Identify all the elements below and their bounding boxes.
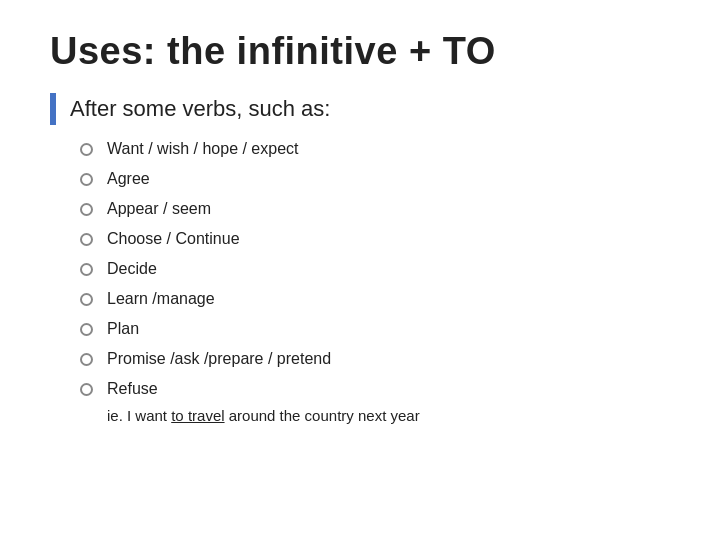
circle-bullet-icon — [80, 323, 93, 336]
list-item-text: Want / wish / hope / expect — [107, 137, 299, 161]
list-item: Choose / Continue — [80, 227, 670, 251]
slide-title: Uses: the infinitive + TO — [50, 30, 670, 73]
list-item-text: Decide — [107, 257, 157, 281]
example-underlined: to travel — [171, 407, 224, 424]
section-header: After some verbs, such as: — [50, 93, 670, 125]
slide: Uses: the infinitive + TO After some ver… — [0, 0, 720, 540]
example-line: ie. I want to travel around the country … — [107, 407, 670, 424]
list-item-text: Promise /ask /prepare / pretend — [107, 347, 331, 371]
list-item-text: Choose / Continue — [107, 227, 240, 251]
list-item-text: Plan — [107, 317, 139, 341]
list-item-text: Agree — [107, 167, 150, 191]
content-area: Want / wish / hope / expectAgreeAppear /… — [80, 137, 670, 424]
circle-bullet-icon — [80, 383, 93, 396]
list-item: Want / wish / hope / expect — [80, 137, 670, 161]
list-item-text: Appear / seem — [107, 197, 211, 221]
list-item: Agree — [80, 167, 670, 191]
list-item-text: Learn /manage — [107, 287, 215, 311]
circle-bullet-icon — [80, 233, 93, 246]
list-item-text: Refuse — [107, 377, 158, 401]
section-label: After some verbs, such as: — [70, 96, 330, 122]
list-item: Promise /ask /prepare / pretend — [80, 347, 670, 371]
circle-bullet-icon — [80, 173, 93, 186]
list-item: Decide — [80, 257, 670, 281]
list-item: Refuse — [80, 377, 670, 401]
list-item: Plan — [80, 317, 670, 341]
list-item: Appear / seem — [80, 197, 670, 221]
accent-bar-icon — [50, 93, 56, 125]
list-item: Learn /manage — [80, 287, 670, 311]
bullet-list: Want / wish / hope / expectAgreeAppear /… — [80, 137, 670, 401]
circle-bullet-icon — [80, 293, 93, 306]
circle-bullet-icon — [80, 203, 93, 216]
circle-bullet-icon — [80, 143, 93, 156]
circle-bullet-icon — [80, 263, 93, 276]
circle-bullet-icon — [80, 353, 93, 366]
